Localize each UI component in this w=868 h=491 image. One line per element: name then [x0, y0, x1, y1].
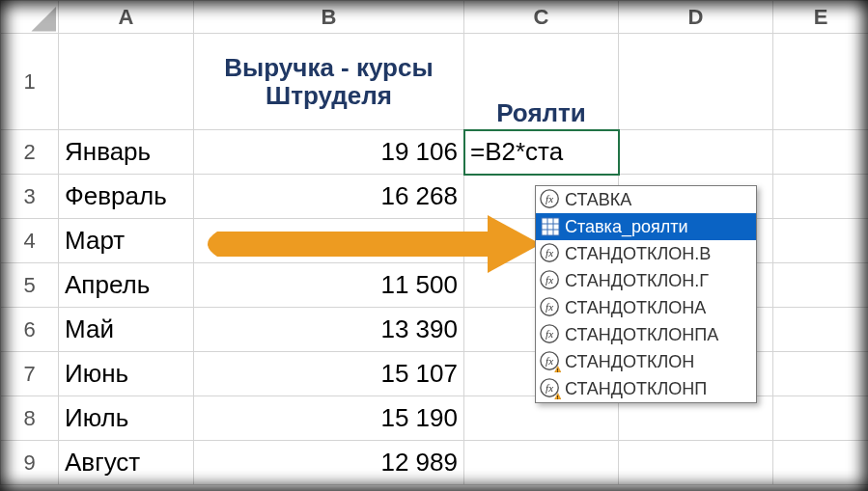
col-header-D[interactable]: D: [619, 1, 773, 34]
cell-E6[interactable]: [773, 308, 869, 352]
cell-E8[interactable]: [773, 396, 869, 441]
autocomplete-item[interactable]: fx!СТАНДОТКЛОНП: [536, 375, 756, 402]
revenue-value: 15 190: [194, 402, 463, 434]
cell-C9[interactable]: [464, 441, 619, 485]
row-header-2[interactable]: 2: [1, 130, 59, 175]
function-icon: fx: [540, 270, 561, 291]
select-all-corner[interactable]: [1, 1, 59, 34]
named-range-icon: [540, 216, 561, 237]
row-header-1[interactable]: 1: [1, 34, 59, 130]
cell-E2[interactable]: [773, 130, 869, 175]
cell-A5[interactable]: Апрель: [59, 263, 194, 308]
autocomplete-label: СТАНДОТКЛОНП: [565, 379, 707, 399]
revenue-value: 11 500: [194, 269, 463, 301]
autocomplete-item[interactable]: fxСТАВКА: [536, 186, 756, 213]
month-label: Июнь: [59, 358, 193, 390]
svg-marker-0: [31, 7, 56, 32]
row-header-6[interactable]: 6: [1, 308, 59, 352]
autocomplete-label: СТАНДОТКЛОН: [565, 352, 694, 372]
revenue-value: 16 268: [194, 180, 463, 212]
cell-B2[interactable]: 19 106: [194, 130, 464, 175]
cell-D1[interactable]: [619, 34, 773, 130]
formula-text: =B2*ста: [470, 137, 563, 166]
revenue-value: 12 989: [194, 447, 463, 478]
autocomplete-item[interactable]: fxСТАНДОТКЛОНПА: [536, 321, 756, 348]
autocomplete-item[interactable]: fxСТАНДОТКЛОНА: [536, 294, 756, 321]
cell-A8[interactable]: Июль: [59, 396, 194, 441]
autocomplete-label: СТАНДОТКЛОН.Г: [565, 271, 709, 291]
cell-B4[interactable]: 18 134: [194, 219, 464, 263]
svg-text:!: !: [557, 395, 559, 399]
col-header-E[interactable]: E: [773, 1, 869, 34]
month-label: Май: [59, 314, 193, 345]
cell-E9[interactable]: [773, 441, 869, 485]
cell-B9[interactable]: 12 989: [194, 441, 464, 485]
cell-B3[interactable]: 16 268: [194, 175, 464, 219]
svg-text:fx: fx: [546, 247, 553, 259]
svg-text:fx: fx: [546, 301, 553, 313]
cell-E7[interactable]: [773, 352, 869, 396]
row-header-7[interactable]: 7: [1, 352, 59, 396]
autocomplete-label: СТАНДОТКЛОН.В: [565, 244, 711, 264]
svg-rect-3: [542, 218, 559, 235]
cell-B6[interactable]: 13 390: [194, 308, 464, 352]
cell-D2[interactable]: [619, 130, 773, 175]
row-header-4[interactable]: 4: [1, 219, 59, 263]
revenue-value: 15 107: [194, 358, 463, 390]
row-header-8[interactable]: 8: [1, 396, 59, 441]
header-royalty: Роялти: [464, 97, 618, 129]
svg-text:fx: fx: [546, 274, 553, 286]
revenue-value: 18 134: [194, 225, 463, 257]
cell-E1[interactable]: [773, 34, 869, 130]
function-deprecated-icon: fx!: [540, 378, 561, 399]
col-header-A[interactable]: A: [59, 1, 194, 34]
autocomplete-label: Ставка_роялти: [565, 217, 687, 237]
svg-text:fx: fx: [546, 328, 553, 340]
svg-text:fx: fx: [546, 355, 553, 367]
svg-text:fx: fx: [546, 382, 553, 394]
revenue-value: 13 390: [194, 314, 463, 345]
month-label: Апрель: [59, 269, 193, 301]
function-icon: fx: [540, 243, 561, 264]
cell-A7[interactable]: Июнь: [59, 352, 194, 396]
revenue-value: 19 106: [194, 136, 463, 168]
cell-E5[interactable]: [773, 263, 869, 308]
formula-autocomplete-dropdown[interactable]: fxСТАВКАСтавка_роялтиfxСТАНДОТКЛОН.ВfxСТ…: [535, 185, 757, 403]
cell-A4[interactable]: Март: [59, 219, 194, 263]
function-icon: fx: [540, 297, 561, 318]
row-header-5[interactable]: 5: [1, 263, 59, 308]
cell-A2[interactable]: Январь: [59, 130, 194, 175]
cell-A3[interactable]: Февраль: [59, 175, 194, 219]
autocomplete-item[interactable]: Ставка_роялти: [536, 213, 756, 240]
row-header-3[interactable]: 3: [1, 175, 59, 219]
cell-B8[interactable]: 15 190: [194, 396, 464, 441]
cell-E3[interactable]: [773, 175, 869, 219]
cell-C2-active[interactable]: =B2*ста: [464, 130, 619, 175]
col-header-B[interactable]: B: [194, 1, 464, 34]
month-label: Март: [59, 225, 193, 257]
cell-B1[interactable]: Выручка - курсы Штруделя: [194, 34, 464, 130]
function-icon: fx: [540, 324, 561, 345]
autocomplete-label: СТАВКА: [565, 190, 631, 210]
cell-A9[interactable]: Август: [59, 441, 194, 485]
cell-B5[interactable]: 11 500: [194, 263, 464, 308]
row-header-9[interactable]: 9: [1, 441, 59, 485]
header-revenue: Выручка - курсы Штруделя: [194, 52, 463, 111]
month-label: Январь: [59, 136, 193, 168]
function-icon: fx: [540, 189, 561, 210]
autocomplete-item[interactable]: fx!СТАНДОТКЛОН: [536, 348, 756, 375]
function-deprecated-icon: fx!: [540, 351, 561, 372]
cell-A6[interactable]: Май: [59, 308, 194, 352]
svg-text:!: !: [557, 368, 559, 372]
col-header-C[interactable]: C: [464, 1, 619, 34]
autocomplete-item[interactable]: fxСТАНДОТКЛОН.Г: [536, 267, 756, 294]
cell-C1[interactable]: Роялти: [464, 34, 619, 130]
autocomplete-label: СТАНДОТКЛОНПА: [565, 325, 718, 345]
month-label: Февраль: [59, 180, 193, 212]
cell-A1[interactable]: [59, 34, 194, 130]
cell-D9[interactable]: [619, 441, 773, 485]
cell-E4[interactable]: [773, 219, 869, 263]
autocomplete-item[interactable]: fxСТАНДОТКЛОН.В: [536, 240, 756, 267]
month-label: Июль: [59, 402, 193, 434]
cell-B7[interactable]: 15 107: [194, 352, 464, 396]
